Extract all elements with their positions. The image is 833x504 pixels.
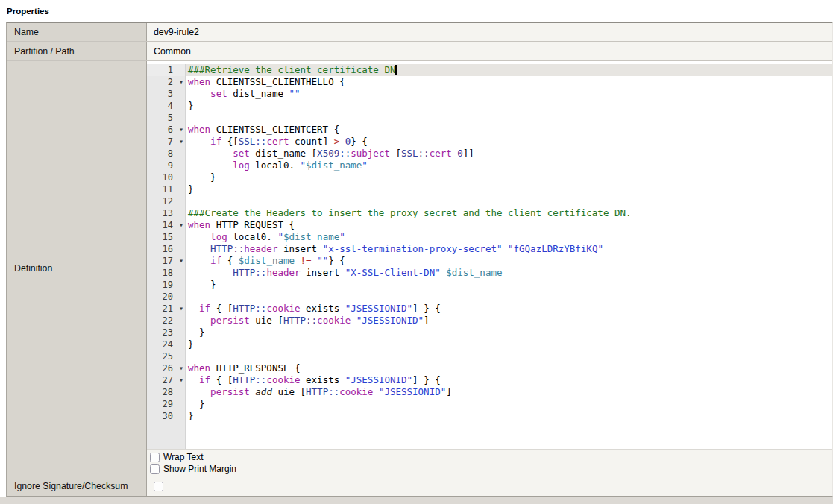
fold-arrow-icon[interactable]: ▾ [179,255,183,267]
line-number: 9 [147,160,186,171]
code-text [186,350,832,362]
line-number: 1 [147,64,186,76]
code-text: persist uie [HTTP::cookie "JSESSIONID"] [186,315,832,327]
line-number: 27▾ [147,374,186,386]
fold-arrow-icon[interactable]: ▾ [179,136,183,148]
fold-arrow-icon[interactable]: ▾ [179,374,183,386]
code-text: when HTTP_RESPONSE { [186,362,832,374]
code-text [186,112,832,124]
code-line-19[interactable]: 19 } [147,279,832,291]
code-line-7[interactable]: 7▾ if {[SSL::cert count] > 0} { [147,136,832,148]
code-line-1[interactable]: 1###Retrieve the client certificate DN [147,64,832,76]
code-line-28[interactable]: 28 persist add uie [HTTP::cookie "JSESSI… [147,386,832,398]
show-print-margin-checkbox[interactable] [150,464,160,474]
code-line-25[interactable]: 25 [147,350,832,362]
code-text: set dist_name [X509::subject [SSL::cert … [186,148,832,160]
partition-path-field-label: Partition / Path [7,42,147,60]
code-line-8[interactable]: 8 set dist_name [X509::subject [SSL::cer… [147,148,832,160]
code-text: } [186,327,832,338]
code-text: when HTTP_REQUEST { [186,219,832,231]
fold-arrow-icon[interactable]: ▾ [179,362,183,374]
line-number: 29 [147,398,186,410]
line-number: 12 [147,195,186,207]
code-text: HTTP::header insert "X-SSL-Client-DN" $d… [186,267,832,279]
code-text: HTTP::header insert "x-ssl-termination-p… [186,243,832,255]
code-line-6[interactable]: 6▾when CLIENTSSL_CLIENTCERT { [147,124,832,136]
properties-section-title: Properties [0,0,833,22]
code-line-24[interactable]: 24} [147,338,832,350]
line-number: 4 [147,100,186,112]
code-line-12[interactable]: 12 [147,195,832,207]
code-text: persist add uie [HTTP::cookie "JSESSIONI… [186,386,832,398]
line-number: 17▾ [147,255,186,267]
wrap-text-label: Wrap Text [163,452,204,462]
fold-arrow-icon[interactable]: ▾ [179,303,183,315]
text-cursor [395,65,397,75]
page-bottom-strip [0,497,833,504]
wrap-text-option: Wrap Text [150,451,832,463]
line-number: 13 [147,207,186,219]
code-line-17[interactable]: 17▾ if { $dist_name != ""} { [147,255,832,267]
name-field-value: dev9-irule2 [147,23,832,41]
code-line-16[interactable]: 16 HTTP::header insert "x-ssl-terminatio… [147,243,832,255]
line-number: 24 [147,338,186,350]
code-line-13[interactable]: 13###Create the Headers to insert the pr… [147,207,832,219]
line-number: 6▾ [147,124,186,136]
line-number: 5 [147,112,186,124]
code-line-21[interactable]: 21▾ if { [HTTP::cookie exists "JSESSIONI… [147,303,832,315]
code-text: } [186,171,832,183]
code-text: } [186,279,832,291]
code-line-4[interactable]: 4} [147,100,832,112]
code-text: log local0. "$dist_name" [186,231,832,243]
code-line-27[interactable]: 27▾ if { [HTTP::cookie exists "JSESSIONI… [147,374,832,386]
code-text: log local0. "$dist_name" [186,160,832,171]
line-number: 21▾ [147,303,186,315]
code-text [186,195,832,207]
code-text: } [186,398,832,410]
ignore-signature-field-content [147,476,832,496]
code-text: when CLIENTSSL_CLIENTHELLO { [186,76,832,88]
fold-arrow-icon[interactable]: ▾ [179,76,183,88]
code-line-18[interactable]: 18 HTTP::header insert "X-SSL-Client-DN"… [147,267,832,279]
line-number: 18 [147,267,186,279]
code-line-5[interactable]: 5 [147,112,832,124]
code-line-20[interactable]: 20 [147,291,832,303]
code-line-9[interactable]: 9 log local0. "$dist_name" [147,160,832,171]
line-number: 23 [147,327,186,338]
code-text: } [186,183,832,195]
definition-field-content: 1###Retrieve the client certificate DN2▾… [147,61,832,476]
line-number: 14▾ [147,219,186,231]
code-text: } [186,410,832,422]
wrap-text-checkbox[interactable] [150,453,160,462]
code-text: } [186,100,832,112]
fold-arrow-icon[interactable]: ▾ [179,124,183,136]
ignore-signature-checkbox[interactable] [154,482,163,491]
irule-definition-editor[interactable]: 1###Retrieve the client certificate DN2▾… [147,61,832,449]
code-line-14[interactable]: 14▾when HTTP_REQUEST { [147,219,832,231]
line-number: 11 [147,183,186,195]
code-line-26[interactable]: 26▾when HTTP_RESPONSE { [147,362,832,374]
editor-body: 1###Retrieve the client certificate DN2▾… [147,64,832,449]
code-text: if {[SSL::cert count] > 0} { [186,136,832,148]
line-number: 26▾ [147,362,186,374]
code-line-3[interactable]: 3 set dist_name "" [147,88,832,100]
fold-arrow-icon[interactable]: ▾ [179,219,183,231]
code-text: set dist_name "" [186,88,832,100]
code-line-15[interactable]: 15 log local0. "$dist_name" [147,231,832,243]
code-line-30[interactable]: 30} [147,410,832,422]
name-field-label: Name [7,23,147,41]
code-line-23[interactable]: 23 } [147,327,832,338]
code-text [186,291,832,303]
code-line-22[interactable]: 22 persist uie [HTTP::cookie "JSESSIONID… [147,315,832,327]
show-print-margin-option: Show Print Margin [150,463,832,475]
code-line-29[interactable]: 29 } [147,398,832,410]
line-number: 30 [147,410,186,422]
code-line-10[interactable]: 10 } [147,171,832,183]
line-number: 16 [147,243,186,255]
code-text: when CLIENTSSL_CLIENTCERT { [186,124,832,136]
code-line-2[interactable]: 2▾when CLIENTSSL_CLIENTHELLO { [147,76,832,88]
code-line-11[interactable]: 11} [147,183,832,195]
code-text: if { $dist_name != ""} { [186,255,832,267]
line-number: 2▾ [147,76,186,88]
editor-gutter-filler [147,422,832,449]
